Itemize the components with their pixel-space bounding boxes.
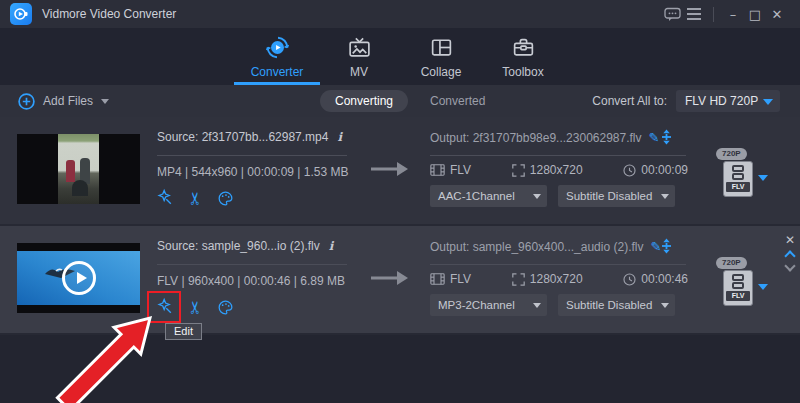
divider — [157, 264, 347, 265]
tab-converter-label: Converter — [251, 65, 304, 79]
tab-converting[interactable]: Converting — [320, 90, 408, 112]
palette-icon — [216, 189, 235, 208]
empty-list-area — [0, 335, 800, 402]
briefcase-icon — [511, 35, 536, 60]
convert-all-select[interactable]: FLV HD 720P — [676, 90, 780, 112]
scissors-icon: ✂ — [187, 191, 204, 205]
scissors-icon: ✂ — [187, 300, 204, 314]
converter-icon — [265, 35, 290, 60]
file-reel-icon — [732, 274, 744, 289]
minimize-icon[interactable]: – — [722, 3, 744, 25]
source-meta: FLV | 960x400 | 00:00:46 | 6.89 MB — [157, 274, 345, 288]
tab-converted[interactable]: Converted — [430, 94, 485, 108]
palette-icon — [216, 298, 235, 317]
effect-button[interactable] — [214, 296, 236, 318]
output-resolution: 1280x720 — [530, 163, 583, 177]
titlebar: Vidmore Video Converter – □ ✕ — [0, 0, 800, 28]
quality-badge: 720P — [716, 257, 747, 269]
app-window: Vidmore Video Converter – □ ✕ Converter — [0, 0, 800, 403]
cut-button[interactable]: ✂ — [184, 296, 206, 318]
window-title: Vidmore Video Converter — [42, 7, 176, 21]
edit-highlight-box — [147, 291, 181, 323]
add-files-button[interactable]: Add Files — [0, 93, 109, 110]
grid-icon — [429, 35, 454, 60]
plus-circle-icon — [18, 93, 35, 110]
output-filename: Output: sample_960x400..._audio (2).flv — [430, 240, 643, 254]
maximize-icon[interactable]: □ — [744, 3, 766, 25]
effect-button[interactable] — [214, 187, 236, 209]
format-caret-icon[interactable] — [758, 284, 768, 290]
format-caret-icon[interactable] — [758, 175, 768, 181]
thumbnail-image — [58, 134, 99, 204]
source-filename: Source: 2f31707bb...62987.mp4 — [157, 130, 328, 144]
format-file-label: FLV — [726, 291, 750, 301]
subtitle-select-value: Subtitle Disabled — [566, 190, 652, 202]
subtitle-select[interactable]: Subtitle Disabled — [558, 294, 675, 316]
transfer-icon[interactable] — [659, 238, 674, 254]
titlebar-separator — [713, 7, 714, 22]
source-filename: Source: sample_960...io (2).flv — [157, 239, 320, 253]
divider — [430, 264, 686, 265]
video-thumbnail[interactable] — [17, 243, 140, 313]
output-format-button[interactable]: FLV — [723, 270, 753, 306]
film-icon — [430, 273, 445, 285]
transfer-icon[interactable] — [659, 129, 674, 145]
tab-mv[interactable]: MV — [318, 28, 400, 85]
feedback-icon[interactable] — [661, 3, 683, 25]
audio-select-value: AAC-1Channel — [438, 190, 515, 202]
close-icon[interactable]: ✕ — [766, 3, 788, 25]
remove-file-icon[interactable]: ✕ — [785, 234, 795, 246]
clock-icon — [623, 164, 636, 177]
divider — [430, 155, 686, 156]
tab-collage[interactable]: Collage — [400, 28, 482, 85]
subtitle-select-value: Subtitle Disabled — [566, 299, 652, 311]
move-down-icon[interactable] — [784, 260, 795, 271]
info-icon[interactable]: i — [337, 130, 342, 144]
add-files-caret-icon[interactable] — [101, 99, 109, 104]
tab-converter[interactable]: Converter — [236, 28, 318, 85]
resolution-icon — [512, 273, 525, 286]
tv-icon — [347, 35, 372, 60]
edit-tooltip: Edit — [165, 323, 202, 340]
play-icon[interactable] — [62, 261, 96, 295]
tab-toolbox-label: Toolbox — [502, 65, 543, 79]
convert-all-label: Convert All to: — [592, 94, 667, 108]
output-format-button[interactable]: FLV — [723, 161, 753, 197]
add-files-label: Add Files — [43, 94, 93, 108]
converter-toolbar: Add Files Converting Converted Convert A… — [0, 85, 800, 117]
audio-select[interactable]: MP3-2Channel — [430, 294, 547, 316]
info-icon[interactable]: i — [329, 239, 334, 253]
audio-select[interactable]: AAC-1Channel — [430, 185, 547, 207]
arrow-right-icon — [370, 270, 410, 286]
tab-collage-label: Collage — [421, 65, 462, 79]
rename-pencil-icon[interactable]: ✎ — [649, 130, 660, 145]
magic-wand-icon — [155, 188, 175, 208]
edit-button[interactable] — [154, 187, 176, 209]
film-icon — [430, 164, 445, 176]
output-resolution: 1280x720 — [530, 272, 583, 286]
main-tabbar: Converter MV Collage — [0, 28, 800, 85]
output-duration: 00:00:46 — [641, 272, 688, 286]
menu-icon[interactable] — [683, 3, 705, 25]
audio-select-value: MP3-2Channel — [438, 299, 515, 311]
output-format: FLV — [450, 163, 471, 177]
quality-badge: 720P — [716, 148, 747, 160]
clock-icon — [623, 273, 636, 286]
file-row-2: Source: sample_960...io (2).flv i FLV | … — [0, 226, 800, 335]
divider — [157, 155, 347, 156]
output-duration: 00:00:09 — [641, 163, 688, 177]
arrow-right-icon — [370, 161, 410, 177]
output-filename: Output: 2f31707bb98e9...230062987.flv — [430, 131, 642, 145]
convert-all-value: FLV HD 720P — [685, 94, 758, 108]
format-file-label: FLV — [726, 182, 750, 192]
convert-all-caret-icon — [763, 99, 773, 105]
resolution-icon — [512, 164, 525, 177]
video-thumbnail[interactable] — [17, 134, 140, 204]
file-reel-icon — [732, 165, 744, 180]
cut-button[interactable]: ✂ — [184, 187, 206, 209]
app-logo-icon — [10, 3, 32, 25]
tab-mv-label: MV — [350, 65, 368, 79]
tab-toolbox[interactable]: Toolbox — [482, 28, 564, 85]
subtitle-select[interactable]: Subtitle Disabled — [558, 185, 675, 207]
source-meta: MP4 | 544x960 | 00:00:09 | 1.53 MB — [157, 165, 348, 179]
